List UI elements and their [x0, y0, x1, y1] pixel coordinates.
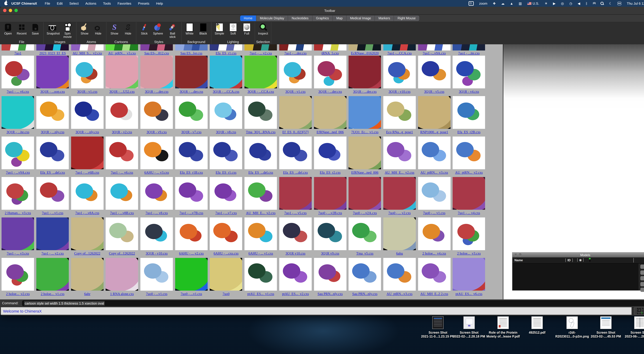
file-thumbnail[interactable]: [453, 177, 485, 210]
focus-moon-icon[interactable]: ☾: [609, 2, 612, 5]
file-thumbnail[interactable]: [314, 56, 346, 88]
atoms-hide-button[interactable]: Hide: [93, 24, 103, 35]
menu-item-edit[interactable]: Edit: [57, 2, 62, 5]
minimize-window-button[interactable]: [9, 9, 12, 12]
lighting-simple-button[interactable]: Simple: [214, 24, 224, 35]
file-thumbnail[interactable]: [418, 96, 450, 129]
tab-home[interactable]: Home: [240, 16, 256, 21]
screen-record-icon[interactable]: [468, 1, 474, 6]
file-link[interactable]: 7uo0 - ...v2B.cxs: [318, 211, 342, 215]
resize-graphics-button[interactable]: [634, 307, 644, 315]
tab-molecule-display[interactable]: Molecule Display: [256, 16, 288, 21]
images-snapshot-button[interactable]: Snapshot: [47, 24, 58, 35]
file-thumbnail[interactable]: [210, 218, 242, 250]
menu-clock[interactable]: Thu Jul 6 12:45 PM: [627, 2, 644, 5]
file-link[interactable]: Tma_v5.cxs: [356, 252, 374, 256]
file-link[interactable]: 6AHU - ...cxs.cxs: [214, 252, 238, 256]
file-link[interactable]: AU_MH_E..2 2.cxs: [420, 292, 448, 296]
file-link[interactable]: 3Q1R - v1.cxs: [77, 90, 97, 94]
file-link[interactable]: 7uo1 - ... v2.cxs: [250, 51, 272, 56]
file-thumbnail[interactable]: [175, 177, 208, 210]
file-link[interactable]: 7uo0 - ... v1.cxs: [423, 211, 446, 215]
models-float-icon[interactable]: ❐: [518, 253, 522, 256]
file-link[interactable]: 3Q1R - v8.cxs: [216, 130, 236, 134]
file-link[interactable]: Sau ES-...812.cxs: [144, 51, 169, 56]
file-thumbnail[interactable]: [453, 96, 485, 129]
file-thumbnail[interactable]: [106, 258, 138, 290]
file-link[interactable]: 3Q1R - v10.cxs: [388, 90, 410, 94]
tab-graphics[interactable]: Graphics: [312, 16, 333, 21]
file-thumbnail[interactable]: [71, 96, 104, 129]
file-link[interactable]: AU_ptRN..._v3.cxs: [420, 170, 448, 175]
file-link[interactable]: EcRNase...0162020: [351, 51, 379, 56]
file-thumbnail[interactable]: [244, 56, 277, 88]
file-thumbnail[interactable]: [140, 258, 173, 290]
file-thumbnail[interactable]: [140, 218, 173, 250]
file-thumbnail[interactable]: [348, 136, 381, 169]
file-thumbnail[interactable]: [314, 177, 346, 210]
file-link[interactable]: 7uo1 - ... v4.cxs: [458, 211, 480, 215]
file-link[interactable]: Copy of...1262022: [109, 252, 135, 256]
file-link[interactable]: AU_ptRN..._v2.cxs: [455, 170, 483, 175]
file-link[interactable]: 7uo1 - ... v8.cxs: [146, 211, 168, 215]
menu-item-presets[interactable]: Presets: [138, 2, 149, 5]
file-thumbnail[interactable]: [418, 44, 450, 50]
models-close-icon[interactable]: ×: [514, 253, 517, 256]
file-link[interactable]: ptAU_ES..._v1.cxs: [247, 292, 274, 296]
atoms-show-button[interactable]: Show: [80, 24, 90, 35]
file-link[interactable]: AU_ptRN...v3.cxs: [386, 292, 412, 296]
models-view-button[interactable]: View: [640, 282, 644, 286]
file-link[interactable]: Tma_3Q1...RNA.cxs: [246, 130, 276, 134]
file-thumbnail[interactable]: [383, 218, 416, 250]
desktop-icon-role-of-the-protein-moiety-of-lease-p-pdf[interactable]: Role of the ProteinMoiety of...lease P.p…: [486, 316, 520, 338]
file-thumbnail[interactable]: [383, 177, 416, 210]
file-link[interactable]: 6AHU - ... v2.cxs: [179, 252, 204, 256]
tab-nucleotides[interactable]: Nucleotides: [288, 16, 312, 21]
styles-ball-stick-button[interactable]: Ball stick: [167, 24, 178, 38]
file-thumbnail[interactable]: [2, 56, 34, 88]
file-link[interactable]: Sau PRN...nly.cxs: [318, 292, 343, 296]
file-link[interactable]: 2 Human..._v3.cxs: [5, 211, 31, 215]
file-thumbnail[interactable]: [140, 177, 173, 210]
tab-right-mouse[interactable]: Right Mouse: [394, 16, 419, 21]
file-thumbnail[interactable]: [2, 218, 34, 250]
file-link[interactable]: 3Q1R - v4.cxs: [459, 90, 479, 94]
lighting-full-button[interactable]: Full: [242, 24, 252, 35]
file-thumbnail[interactable]: [210, 96, 242, 129]
file-link[interactable]: 3Q1R - ...CCA.cxs: [248, 90, 274, 94]
file-link[interactable]: 3Q1R - v10.cxs: [146, 252, 168, 256]
images-spin-movie-button[interactable]: Spin movie: [62, 24, 73, 38]
input-source-flag-icon[interactable]: U.S.: [527, 2, 539, 5]
file-thumbnail[interactable]: [2, 136, 34, 169]
file-thumbnail[interactable]: [175, 136, 208, 169]
menu-item-help[interactable]: Help: [156, 2, 163, 5]
file-link[interactable]: 3Q1R - v7.cxs: [181, 130, 202, 134]
tab-medical-image[interactable]: Medical Image: [346, 16, 375, 21]
file-link[interactable]: 6ahu: [396, 252, 403, 256]
file-link[interactable]: 3Q1R - ...oop.cxs: [40, 90, 65, 94]
file-link[interactable]: 7uo0 - ...v2A.cxs: [353, 211, 377, 215]
file-link[interactable]: 3Q1R - ...U52.cxs: [109, 90, 135, 94]
file-link[interactable]: AU_MH_S..._v2.cxs: [72, 51, 102, 56]
control-center-icon[interactable]: [618, 2, 622, 5]
file-thumbnail[interactable]: [36, 44, 69, 50]
cartoons-hide-button[interactable]: SHide: [123, 24, 133, 35]
file-link[interactable]: 6AHU - ... v3.cxs: [144, 170, 169, 175]
file-thumbnail[interactable]: [418, 218, 450, 250]
file-thumbnail[interactable]: [71, 136, 104, 169]
file-thumbnail[interactable]: [279, 177, 312, 210]
models-show-button[interactable]: Show: [640, 276, 644, 280]
file-link[interactable]: 7uo1 - ...v7B.cxs: [180, 211, 203, 215]
file-link[interactable]: 7uo1 - ... v3.cxs: [7, 252, 29, 256]
file-link[interactable]: tRNA_5.cxs: [322, 51, 339, 56]
file-thumbnail[interactable]: [418, 258, 450, 290]
zoom-app-label[interactable]: zoom: [479, 2, 488, 5]
file-open-button[interactable]: Open: [3, 24, 13, 35]
file-link[interactable]: 2 holoe..._v1.cxs: [41, 292, 64, 296]
file-thumbnail[interactable]: [244, 96, 277, 129]
file-thumbnail[interactable]: [71, 44, 104, 50]
file-thumbnail[interactable]: [314, 96, 346, 129]
file-thumbnail[interactable]: [244, 258, 277, 290]
file-thumbnail[interactable]: [279, 136, 312, 169]
bluetooth-icon[interactable]: ᛒ: [586, 2, 588, 5]
